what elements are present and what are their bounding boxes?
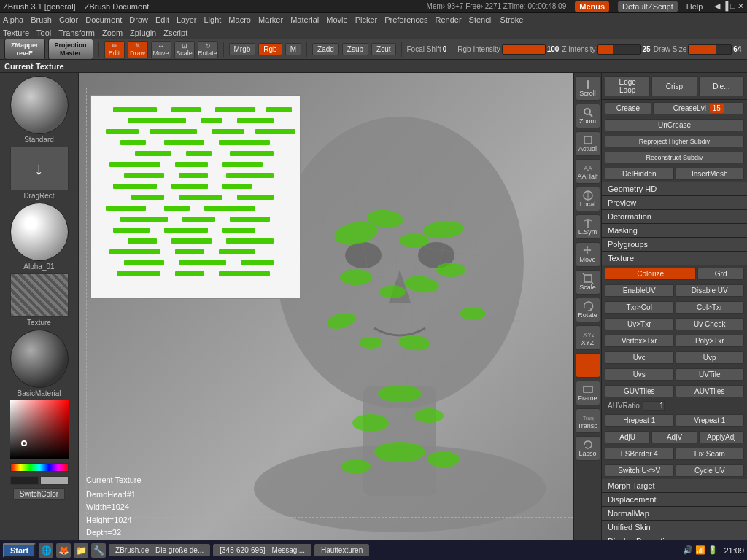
enable-uv-button[interactable]: EnableUV	[605, 284, 674, 297]
reproject-button[interactable]: Reproject Higher Subdiv	[605, 136, 744, 147]
menu-texture[interactable]: Texture	[3, 28, 29, 37]
switch-color-button[interactable]: SwitchColor	[13, 488, 65, 500]
scale-button[interactable]: ⊡Scale	[174, 41, 195, 58]
menu-zoom[interactable]: Zoom	[102, 28, 123, 37]
vertex-txr-button[interactable]: Vertex>Txr	[605, 335, 674, 347]
menu-material[interactable]: Material	[290, 15, 319, 24]
drag-rect-box[interactable]: ↓	[10, 147, 69, 190]
uvtile-button[interactable]: UVTile	[676, 368, 745, 381]
start-button[interactable]: Start	[3, 543, 36, 558]
displacement-header[interactable]: Displacement	[602, 493, 747, 507]
mrgb-button[interactable]: Mrgb	[229, 43, 256, 55]
texture-preview[interactable]	[10, 273, 69, 317]
uv-check-button[interactable]: Uv Check	[676, 318, 745, 330]
taskbar-icon-1[interactable]: 🌐	[39, 543, 53, 558]
uv-txr-button[interactable]: Uv>Txr	[605, 318, 674, 330]
insert-mesh-button[interactable]: InsertMesh	[676, 168, 745, 180]
window-controls[interactable]: ◀ ▐ □ ✕	[714, 1, 744, 11]
move-tool-button[interactable]: Move	[576, 242, 600, 267]
menu-draw[interactable]: Draw	[129, 15, 148, 24]
xyz-button[interactable]: XYZ XYZ	[576, 325, 600, 350]
zcut-button[interactable]: Zcut	[371, 43, 395, 55]
hrepeat-button[interactable]: Hrepeat 1	[605, 414, 674, 427]
morph-target-header[interactable]: Morph Target	[602, 479, 747, 493]
aahalf-button[interactable]: AA AAHalf	[576, 159, 600, 184]
edit-button[interactable]: ✏Edit	[104, 41, 125, 58]
taskbar-icon-4[interactable]: 🔧	[91, 543, 106, 558]
actual-button[interactable]: Actual	[576, 131, 600, 156]
auv-tiles-button[interactable]: AUVTiles	[676, 385, 745, 397]
menu-preferences[interactable]: Preferences	[384, 15, 427, 24]
taskbar-icon-3[interactable]: 📁	[74, 543, 88, 558]
menu-document[interactable]: Document	[85, 15, 122, 24]
apply-adj-button[interactable]: ApplyAdj	[699, 431, 744, 443]
draw-size-slider[interactable]	[688, 44, 732, 55]
taskbar-icon-2[interactable]: 🦊	[56, 543, 71, 558]
scale-tool-button[interactable]: Scale	[576, 270, 600, 295]
rotate-tool-button[interactable]: Rotate	[576, 298, 600, 322]
scroll-button[interactable]: Scroll	[576, 76, 600, 101]
adj-v-button[interactable]: AdjV	[651, 431, 697, 443]
menu-tool[interactable]: Tool	[36, 28, 51, 37]
geometry-hd-header[interactable]: Geometry HD	[602, 182, 747, 196]
edge-loop-button[interactable]: Edge Loop	[605, 76, 650, 96]
standard-material-ball[interactable]	[10, 76, 69, 134]
alpha-ball[interactable]	[10, 203, 69, 261]
die-button[interactable]: Die...	[699, 76, 744, 96]
zoom-button[interactable]: Zoom	[576, 104, 600, 128]
grd-button[interactable]: Grd	[697, 268, 744, 280]
unified-skin-header[interactable]: Unified Skin	[602, 521, 747, 534]
reconstruct-button[interactable]: Reconstruct Subdiv	[605, 152, 744, 163]
rgb-button[interactable]: Rgb	[258, 43, 282, 55]
menu-marker[interactable]: Marker	[258, 15, 283, 24]
menu-zplugin[interactable]: Zplugin	[130, 28, 156, 37]
move-button[interactable]: ↔Move	[151, 41, 171, 58]
lsym-button[interactable]: L.Sym	[576, 214, 600, 239]
draw-button[interactable]: ✎Draw	[128, 41, 148, 58]
help-button[interactable]: Help	[686, 2, 703, 11]
zmapper-button[interactable]: ZMapperrev-E	[4, 39, 45, 61]
center-canvas[interactable]: Current Texture DemoHead#1 Width=1024 He…	[79, 73, 573, 547]
menu-alpha[interactable]: Alpha	[3, 15, 23, 24]
preview-header[interactable]: Preview	[602, 196, 747, 210]
texture-header[interactable]: Texture	[602, 252, 747, 265]
menu-layer[interactable]: Layer	[177, 15, 197, 24]
menu-picker[interactable]: Picker	[355, 15, 378, 24]
lasso-button[interactable]: Lasso	[576, 436, 600, 461]
transp-button[interactable]: Tranp Transp	[576, 408, 600, 433]
deformation-header[interactable]: Deformation	[602, 210, 747, 224]
guv-tiles-button[interactable]: GUVTiles	[605, 385, 674, 397]
hue-bar[interactable]	[10, 463, 69, 472]
rgb-intensity-slider[interactable]	[502, 44, 546, 55]
col-txr-button[interactable]: Col>Txr	[676, 301, 745, 314]
active-canvas-button[interactable]	[576, 353, 600, 378]
colorize-button[interactable]: Colorize	[605, 268, 696, 280]
vrepeat-button[interactable]: Vrepeat 1	[676, 414, 745, 427]
menus-button[interactable]: Menus	[575, 1, 609, 12]
zsub-button[interactable]: Zsub	[342, 43, 368, 55]
crease-button[interactable]: Crease	[605, 102, 651, 114]
projection-master-button[interactable]: ProjectionMaster	[48, 39, 93, 61]
basic-material-ball[interactable]	[10, 330, 69, 388]
menu-stroke[interactable]: Stroke	[500, 15, 524, 24]
color-picker[interactable]	[10, 400, 69, 459]
default-script-button[interactable]: DefaultZScript	[618, 1, 678, 12]
menu-macro[interactable]: Macro	[228, 15, 251, 24]
fix-seam-button[interactable]: Fix Seam	[676, 448, 745, 460]
auv-ratio-input[interactable]	[643, 401, 665, 411]
uvp-button[interactable]: Uvp	[676, 351, 745, 364]
frame-button[interactable]: Frame	[576, 381, 600, 405]
zbrush-taskbar-btn[interactable]: ZBrush.de - Die große de...	[109, 544, 210, 556]
normal-map-header[interactable]: NormalMap	[602, 507, 747, 521]
poly-txr-button[interactable]: Poly>Txr	[676, 335, 745, 347]
uvs-button[interactable]: Uvs	[605, 368, 674, 381]
uvc-button[interactable]: Uvc	[605, 351, 674, 364]
crease-lvl-button[interactable]: CreaseLvl 15	[653, 102, 744, 114]
crisp-button[interactable]: Crisp	[651, 76, 697, 96]
z-intensity-slider[interactable]	[597, 44, 641, 55]
menu-zscript[interactable]: Zscript	[163, 28, 187, 37]
menu-movie[interactable]: Movie	[326, 15, 347, 24]
zadd-button[interactable]: Zadd	[312, 43, 339, 55]
m-button[interactable]: M	[285, 43, 301, 55]
cycle-uv-button[interactable]: Cycle UV	[676, 464, 745, 477]
